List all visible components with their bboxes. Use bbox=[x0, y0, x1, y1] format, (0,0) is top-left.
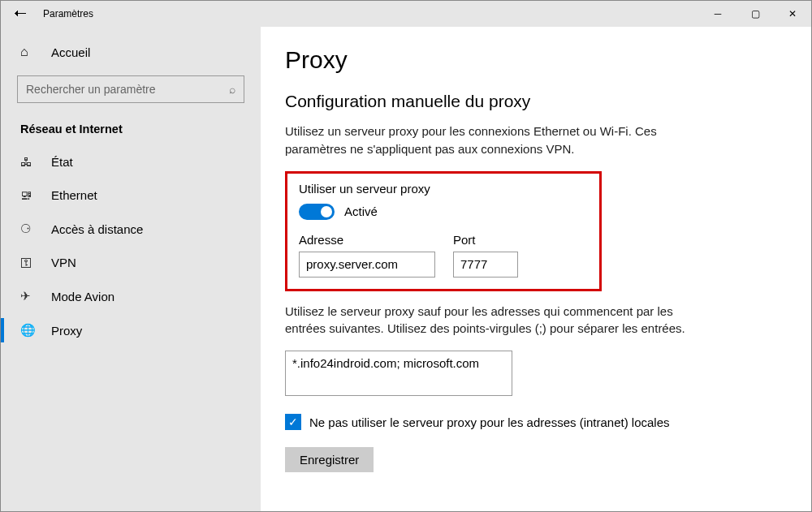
search-input[interactable]: Rechercher un paramètre ⌕ bbox=[17, 75, 244, 103]
exceptions-description: Utilisez le serveur proxy sauf pour les … bbox=[285, 303, 707, 338]
sidebar-item-label: Proxy bbox=[51, 324, 82, 338]
highlight-box: Utiliser un serveur proxy Activé Adresse… bbox=[285, 171, 602, 291]
sidebar-item-ethernet[interactable]: 🖳 Ethernet bbox=[1, 179, 261, 212]
sidebar-item-proxy[interactable]: 🌐 Proxy bbox=[1, 313, 261, 347]
use-proxy-toggle[interactable] bbox=[299, 204, 335, 220]
sidebar-item-dialup[interactable]: ⚆ Accès à distance bbox=[1, 212, 261, 246]
sidebar-item-label: Ethernet bbox=[51, 188, 97, 202]
address-input[interactable] bbox=[299, 252, 435, 278]
sidebar-item-vpn[interactable]: ⚿ VPN bbox=[1, 246, 261, 279]
search-placeholder: Rechercher un paramètre bbox=[26, 83, 229, 96]
proxy-icon: 🌐 bbox=[20, 323, 37, 338]
use-proxy-label: Utiliser un serveur proxy bbox=[299, 182, 588, 196]
close-button[interactable]: ✕ bbox=[774, 1, 811, 27]
airplane-icon: ✈ bbox=[20, 289, 37, 303]
toggle-state: Activé bbox=[344, 204, 378, 218]
section-description: Utilisez un serveur proxy pour les conne… bbox=[285, 123, 707, 158]
vpn-icon: ⚿ bbox=[20, 256, 37, 269]
port-label: Port bbox=[453, 233, 518, 247]
titlebar: 🠐 Paramètres ─ ▢ ✕ bbox=[1, 1, 811, 27]
back-button[interactable]: 🠐 bbox=[1, 6, 40, 21]
dialup-icon: ⚆ bbox=[20, 222, 37, 236]
sidebar-item-label: VPN bbox=[51, 256, 76, 269]
maximize-button[interactable]: ▢ bbox=[736, 1, 774, 27]
sidebar-item-airplane[interactable]: ✈ Mode Avion bbox=[1, 279, 261, 313]
minimize-button[interactable]: ─ bbox=[699, 1, 736, 27]
exceptions-input[interactable] bbox=[285, 351, 512, 396]
page-title: Proxy bbox=[285, 46, 787, 74]
intranet-checkbox[interactable]: ✓ bbox=[285, 414, 301, 430]
save-button[interactable]: Enregistrer bbox=[285, 447, 374, 472]
window-title: Paramètres bbox=[40, 8, 699, 19]
status-icon: 🖧 bbox=[20, 155, 37, 169]
ethernet-icon: 🖳 bbox=[20, 188, 37, 202]
sidebar-item-label: Accès à distance bbox=[51, 222, 143, 236]
section-title: Configuration manuelle du proxy bbox=[285, 92, 787, 111]
sidebar-item-status[interactable]: 🖧 État bbox=[1, 145, 261, 179]
home-link[interactable]: ⌂ Accueil bbox=[1, 37, 261, 67]
sidebar-item-label: Mode Avion bbox=[51, 290, 114, 303]
address-label: Adresse bbox=[299, 233, 435, 247]
home-icon: ⌂ bbox=[20, 45, 37, 59]
intranet-checkbox-label: Ne pas utiliser le serveur proxy pour le… bbox=[309, 414, 670, 431]
sidebar-group-title: Réseau et Internet bbox=[1, 118, 261, 145]
search-icon: ⌕ bbox=[229, 83, 235, 96]
home-label: Accueil bbox=[51, 45, 90, 59]
port-input[interactable] bbox=[453, 252, 518, 278]
sidebar: ⌂ Accueil Rechercher un paramètre ⌕ Rése… bbox=[1, 27, 261, 511]
sidebar-item-label: État bbox=[51, 155, 73, 169]
main-content: Proxy Configuration manuelle du proxy Ut… bbox=[261, 27, 811, 511]
